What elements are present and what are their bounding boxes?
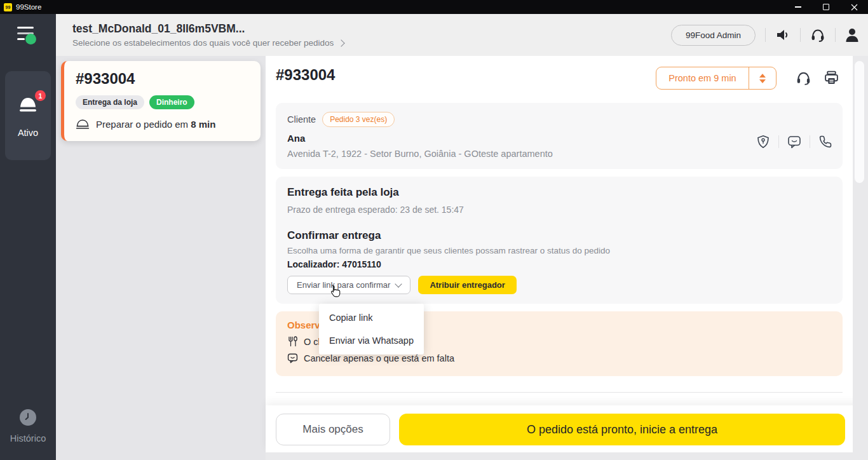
orders-bell-icon (18, 97, 38, 114)
order-ready-button[interactable]: O pedido está pronto, inicie a entrega (399, 414, 845, 445)
utensils-icon (287, 336, 298, 347)
time-stepper[interactable] (749, 67, 776, 89)
headset-icon (796, 70, 811, 86)
menu-item-copiar-link[interactable]: Copiar link (319, 306, 424, 329)
store-name: test_McDonald_01_8Il6m5VBM... (72, 22, 344, 36)
shield-pin-icon (756, 135, 770, 149)
client-label: Cliente (287, 114, 316, 125)
window-title: 99Store (16, 3, 41, 11)
order-card[interactable]: #933004 Entrega da loja Dinheiro Prepara… (61, 61, 261, 141)
cloche-icon (76, 119, 90, 130)
repeat-order-badge: Pedido 3 vez(es) (322, 112, 395, 127)
sidebar-item-label: Histórico (0, 433, 56, 443)
chat-bubble-icon (787, 135, 801, 149)
divider (765, 28, 766, 42)
divider (810, 135, 810, 148)
close-button[interactable] (840, 0, 868, 14)
hamburger-menu-icon (17, 38, 25, 40)
delivery-card: Entrega feita pela loja Prazo de entrega… (276, 177, 843, 304)
confirm-delivery-title: Confirmar entrega (287, 229, 831, 242)
payment-tag: Dinheiro (149, 95, 194, 109)
send-link-dropdown-menu: Copiar link Enviar via Whatsapp (319, 304, 424, 355)
minimize-icon (795, 6, 801, 7)
send-link-label: Enviar link para confirmar (297, 280, 390, 290)
send-link-dropdown-button[interactable]: Enviar link para confirmar (287, 276, 410, 294)
arrow-down-icon (759, 79, 766, 83)
ready-time-selector[interactable]: Pronto em 9 min (656, 67, 776, 90)
99food-logo-icon: 99 (4, 3, 12, 11)
order-id: #933004 (76, 70, 249, 88)
delivery-type-tag: Entrega da loja (76, 95, 144, 109)
prepare-text: Preparar o pedido em 8 min (96, 119, 215, 130)
maximize-button[interactable] (812, 0, 840, 14)
divider (800, 28, 801, 42)
phone-icon (818, 135, 832, 149)
support-button[interactable] (810, 27, 825, 43)
printer-icon (824, 70, 839, 86)
call-button[interactable] (818, 135, 832, 149)
store-selector[interactable]: Selecione os estabelecimentos dos quais … (72, 38, 344, 48)
sidebar: 1 Ativo Histórico (0, 14, 56, 460)
sound-button[interactable] (775, 28, 790, 42)
divider (276, 392, 843, 393)
hamburger-menu-icon (17, 27, 34, 29)
menu-button[interactable] (17, 25, 36, 46)
chat-button[interactable] (787, 135, 801, 149)
active-count-badge: 1 (35, 90, 46, 101)
sidebar-item-ativo[interactable]: 1 Ativo (5, 71, 51, 160)
assign-courier-button[interactable]: Atribuir entregador (418, 276, 516, 294)
arrow-up-icon (759, 74, 766, 78)
scrollbar-thumb[interactable] (855, 61, 864, 183)
menu-item-enviar-whatsapp[interactable]: Enviar via Whatsapp (319, 329, 424, 352)
safety-button[interactable] (756, 135, 770, 149)
minimize-button[interactable] (784, 0, 812, 14)
store-selector-label: Selecione os estabelecimentos dos quais … (72, 38, 334, 48)
speaker-icon (775, 28, 790, 42)
online-status-dot (25, 34, 36, 44)
locator-code: Localizador: 47015110 (287, 259, 831, 269)
more-options-button[interactable]: Mais opções (276, 414, 390, 445)
scrollbar-track[interactable] (853, 56, 868, 460)
sidebar-item-historico[interactable]: Histórico (0, 409, 56, 443)
headset-icon (810, 27, 825, 43)
chevron-down-icon (395, 280, 402, 287)
order-detail-id: #933004 (276, 66, 335, 84)
ready-time-label: Pronto em 9 min (656, 67, 749, 89)
window-controls (784, 0, 868, 14)
delivery-title: Entrega feita pela loja (287, 186, 831, 199)
confirm-delivery-subtitle: Escolha uma forma de garantir que seus c… (287, 246, 831, 255)
print-button[interactable] (824, 70, 839, 88)
action-footer: Mais opções O pedido está pronto, inicie… (266, 405, 868, 452)
profile-icon (845, 27, 859, 43)
maximize-icon (823, 4, 829, 10)
client-card: Cliente Pedido 3 vez(es) Ana Avenida T-2… (276, 103, 843, 169)
client-address: Avenida T-2, 1922 - Setor Burno, Goiânia… (287, 149, 831, 159)
close-icon (851, 4, 858, 11)
chevron-right-icon (338, 39, 345, 46)
history-clock-icon (20, 409, 36, 426)
orders-list: #933004 Entrega da loja Dinheiro Prepara… (56, 56, 266, 460)
delivery-deadline: Prazo de entrega esperado: 23 de set. 15… (287, 205, 831, 215)
bottom-strip (266, 452, 868, 460)
profile-button[interactable] (845, 27, 859, 43)
order-detail-panel: #933004 Pronto em 9 min (266, 56, 868, 460)
divider (835, 28, 836, 42)
divider (778, 135, 779, 148)
order-support-button[interactable] (796, 70, 811, 88)
client-name: Ana (287, 133, 831, 144)
window-titlebar: 99 99Store (0, 0, 868, 14)
sidebar-item-label: Ativo (18, 128, 38, 138)
prepare-time: 8 min (191, 119, 215, 130)
chat-bubble-icon (287, 353, 298, 363)
app-header: test_McDonald_01_8Il6m5VBM... Selecione … (56, 14, 868, 56)
99food-admin-button[interactable]: 99Food Admin (671, 25, 756, 46)
